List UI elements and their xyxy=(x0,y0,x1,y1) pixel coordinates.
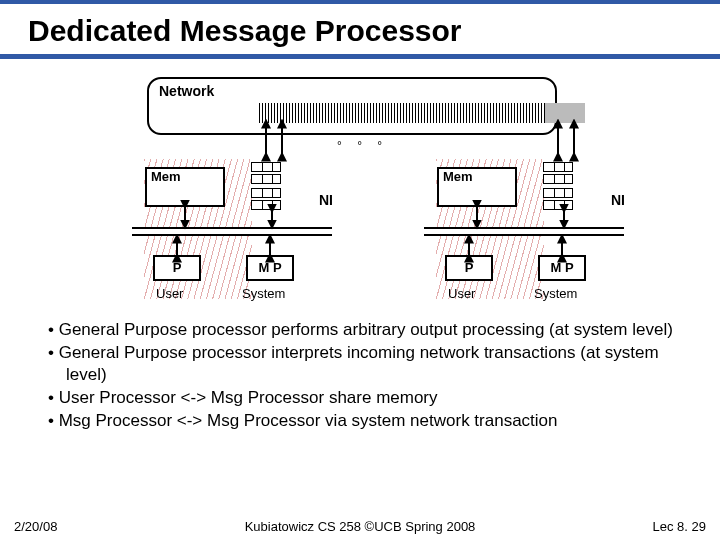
slide-title: Dedicated Message Processor xyxy=(0,4,720,52)
bullet-item: Msg Processor <-> Msg Processor via syst… xyxy=(48,410,692,431)
footer-date: 2/20/08 xyxy=(14,519,57,534)
architecture-diagram: Network ° ° ° Mem Mem NI NI P M P P M P … xyxy=(0,59,720,319)
footer: 2/20/08 Kubiatowicz CS 258 ©UCB Spring 2… xyxy=(0,519,720,534)
connection-arrows xyxy=(0,59,720,319)
bullet-item: General Purpose processor performs arbit… xyxy=(48,319,692,340)
footer-center: Kubiatowicz CS 258 ©UCB Spring 2008 xyxy=(245,519,476,534)
bullet-list: General Purpose processor performs arbit… xyxy=(0,319,720,431)
footer-right: Lec 8. 29 xyxy=(653,519,707,534)
bullet-item: User Processor <-> Msg Processor share m… xyxy=(48,387,692,408)
bullet-item: General Purpose processor interprets inc… xyxy=(48,342,692,385)
